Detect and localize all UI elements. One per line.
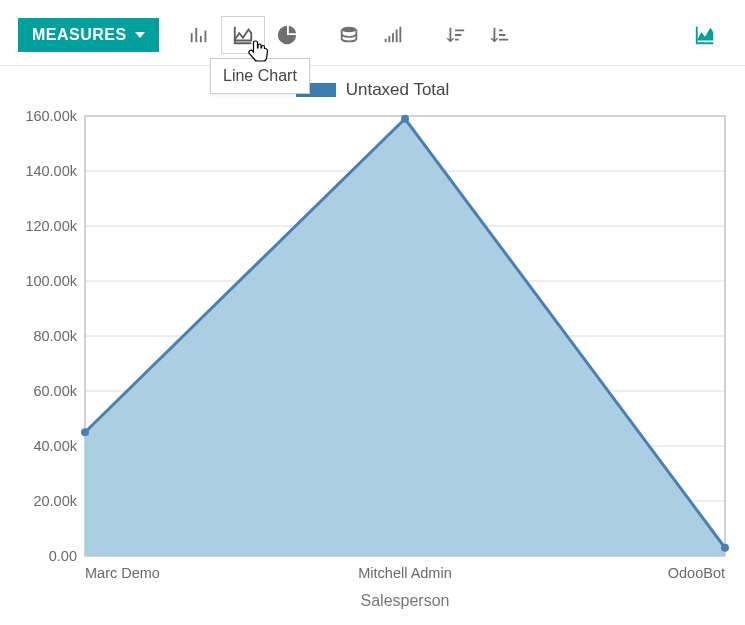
sort-desc-icon [444,24,466,46]
chart-area: 0.0020.00k40.00k60.00k80.00k100.00k120.0… [0,106,745,625]
svg-point-23 [81,428,89,436]
sort-group [433,16,521,54]
line-chart-icon [232,24,254,46]
line-chart: 0.0020.00k40.00k60.00k80.00k100.00k120.0… [0,106,745,625]
area-chart-button[interactable] [683,16,727,54]
line-chart-tooltip: Line Chart [210,58,310,94]
signal-icon [382,24,404,46]
area-chart-icon [694,24,716,46]
pie-chart-button[interactable] [265,16,309,54]
toolbar: MEASURES Line Chart [0,0,745,66]
svg-point-0 [341,26,356,32]
measures-label: MEASURES [32,26,127,44]
sort-desc-button[interactable] [433,16,477,54]
sort-asc-button[interactable] [477,16,521,54]
svg-text:140.00k: 140.00k [25,163,77,179]
svg-text:OdooBot: OdooBot [668,565,725,581]
svg-text:Marc Demo: Marc Demo [85,565,160,581]
svg-text:80.00k: 80.00k [33,328,77,344]
svg-text:100.00k: 100.00k [25,273,77,289]
svg-text:Mitchell Admin: Mitchell Admin [358,565,451,581]
svg-point-24 [401,115,409,123]
svg-text:40.00k: 40.00k [33,438,77,454]
bar-chart-button[interactable] [177,16,221,54]
legend-label: Untaxed Total [346,80,450,100]
signal-button[interactable] [371,16,415,54]
chart-type-group [177,16,309,54]
pie-chart-icon [276,24,298,46]
svg-text:120.00k: 120.00k [25,218,77,234]
svg-text:20.00k: 20.00k [33,493,77,509]
caret-down-icon [135,32,145,38]
stack-button[interactable] [327,16,371,54]
view-group [327,16,415,54]
sort-asc-icon [488,24,510,46]
bar-chart-icon [188,24,210,46]
svg-text:60.00k: 60.00k [33,383,77,399]
svg-text:Salesperson: Salesperson [361,592,450,609]
measures-button[interactable]: MEASURES [18,18,159,52]
svg-point-25 [721,544,729,552]
chart-legend: Untaxed Total [0,66,745,106]
line-chart-button[interactable] [221,16,265,54]
stack-icon [338,24,360,46]
svg-text:0.00: 0.00 [49,548,77,564]
svg-text:160.00k: 160.00k [25,108,77,124]
